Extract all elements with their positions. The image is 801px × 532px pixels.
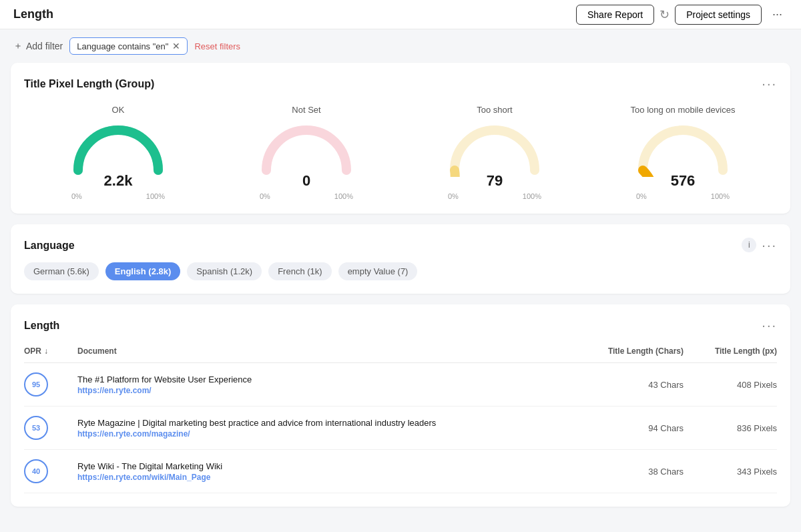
col-opr-header[interactable]: OPR ↓	[24, 346, 77, 356]
col-chars-header: Title Length (Chars)	[577, 346, 684, 356]
share-report-button[interactable]: Share Report	[576, 5, 654, 25]
col-opr-label: OPR	[24, 346, 41, 356]
page-title: Length	[13, 7, 53, 21]
gauge-item-1: Not Set 0 0%100%	[253, 105, 360, 200]
gauge-range-1: 0%100%	[260, 192, 353, 200]
gauge-value-3: 576	[671, 172, 696, 190]
lang-tag-1[interactable]: English (2.8k)	[105, 262, 181, 280]
opr-badge-2: 40	[24, 459, 48, 483]
px-cell-2: 343 Pixels	[684, 467, 777, 477]
gauge-range-2: 0%100%	[448, 192, 541, 200]
table-row-1: 53 Ryte Magazine | Digital marketing bes…	[24, 407, 777, 450]
gauge-row: OK 2.2k 0%100% Not Set 0 0%100% Too shor…	[24, 98, 777, 200]
reset-filters-button[interactable]: Reset filters	[194, 41, 240, 51]
doc-title-2: Ryte Wiki - The Digital Marketing Wiki	[77, 461, 577, 471]
length-card: Length ··· OPR ↓ Document Title Length (…	[11, 304, 790, 507]
gauge-svg-2	[441, 120, 548, 179]
col-px-label: Title Length (px)	[715, 346, 777, 356]
opr-cell-2: 40	[24, 459, 77, 483]
language-card: Language i ··· German (5.6k)English (2.8…	[11, 224, 790, 294]
gauge-card-header: Title Pixel Length (Group) ···	[24, 76, 777, 91]
add-filter-label: Add filter	[26, 41, 63, 51]
info-icon[interactable]: i	[742, 238, 756, 252]
lang-tag-3[interactable]: French (1k)	[268, 262, 331, 280]
gauge-svg-3	[629, 120, 736, 179]
gauge-value-0: 2.2k	[104, 172, 133, 190]
language-card-title: Language	[24, 240, 75, 252]
header: Length Share Report ↻ Project settings ·…	[0, 0, 801, 29]
doc-cell-0: The #1 Platform for Website User Experie…	[77, 374, 577, 395]
table-body: 95 The #1 Platform for Website User Expe…	[24, 363, 777, 493]
lang-tag-4[interactable]: empty Value (7)	[338, 262, 418, 280]
doc-cell-1: Ryte Magazine | Digital marketing best p…	[77, 418, 577, 439]
filter-chip: Language contains "en" ✕	[69, 37, 188, 55]
filter-chip-close-button[interactable]: ✕	[172, 41, 180, 51]
gauge-range-0: 0%100%	[71, 192, 165, 200]
col-doc-label: Document	[77, 346, 117, 356]
gauge-card: Title Pixel Length (Group) ··· OK 2.2k 0…	[11, 63, 790, 214]
language-tags: German (5.6k)English (2.8k)Spanish (1.2k…	[24, 262, 777, 280]
chars-cell-0: 43 Chars	[577, 380, 684, 390]
gauge-label-2: Too short	[477, 105, 512, 115]
lang-tag-0[interactable]: German (5.6k)	[24, 262, 99, 280]
gauge-value-1: 0	[302, 172, 310, 190]
opr-cell-0: 95	[24, 372, 77, 396]
gauge-item-2: Too short 79 0%100%	[441, 105, 548, 200]
gauge-label-3: Too long on mobile devices	[631, 105, 736, 115]
gauge-item-3: Too long on mobile devices 576 0%100%	[629, 105, 736, 200]
col-px-header: Title Length (px)	[684, 346, 777, 356]
gauge-svg-0	[65, 120, 172, 179]
doc-cell-2: Ryte Wiki - The Digital Marketing Wiki h…	[77, 461, 577, 482]
filter-bar: ＋ Add filter Language contains "en" ✕ Re…	[0, 29, 801, 63]
filter-chip-label: Language contains "en"	[77, 41, 168, 51]
header-more-button[interactable]: ···	[767, 5, 788, 24]
length-card-header: Length ···	[24, 318, 777, 333]
table-row-0: 95 The #1 Platform for Website User Expe…	[24, 363, 777, 407]
language-card-header: Language i ···	[24, 238, 777, 253]
px-cell-1: 836 Pixels	[684, 423, 777, 433]
doc-title-0: The #1 Platform for Website User Experie…	[77, 374, 577, 384]
doc-url-0[interactable]: https://en.ryte.com/	[77, 386, 577, 395]
language-card-actions: i ···	[742, 238, 777, 253]
length-card-more-button[interactable]: ···	[762, 318, 777, 333]
gauge-value-2: 79	[487, 172, 503, 190]
length-card-title: Length	[24, 320, 59, 332]
px-cell-0: 408 Pixels	[684, 380, 777, 390]
gauge-svg-1	[253, 120, 360, 179]
add-filter-button[interactable]: ＋ Add filter	[13, 40, 63, 52]
lang-tag-2[interactable]: Spanish (1.2k)	[187, 262, 262, 280]
opr-cell-1: 53	[24, 416, 77, 440]
gauge-label-1: Not Set	[292, 105, 320, 115]
gauge-card-more-button[interactable]: ···	[762, 76, 777, 91]
gauge-label-0: OK	[112, 105, 125, 115]
doc-url-2[interactable]: https://en.ryte.com/wiki/Main_Page	[77, 473, 577, 482]
sort-icon: ↓	[44, 346, 48, 356]
gauge-range-3: 0%100%	[636, 192, 730, 200]
chars-cell-2: 38 Chars	[577, 467, 684, 477]
doc-title-1: Ryte Magazine | Digital marketing best p…	[77, 418, 577, 428]
table-row-2: 40 Ryte Wiki - The Digital Marketing Wik…	[24, 450, 777, 493]
chars-cell-1: 94 Chars	[577, 423, 684, 433]
table-header: OPR ↓ Document Title Length (Chars) Titl…	[24, 340, 777, 363]
header-actions: Share Report ↻ Project settings ···	[576, 5, 788, 25]
plus-icon: ＋	[13, 40, 23, 52]
doc-url-1[interactable]: https://en.ryte.com/magazine/	[77, 429, 577, 439]
col-chars-label: Title Length (Chars)	[608, 346, 684, 356]
refresh-button[interactable]: ↻	[659, 7, 670, 22]
col-doc-header: Document	[77, 346, 577, 356]
project-settings-button[interactable]: Project settings	[675, 5, 762, 25]
gauge-item-0: OK 2.2k 0%100%	[65, 105, 172, 200]
opr-badge-0: 95	[24, 372, 48, 396]
opr-badge-1: 53	[24, 416, 48, 440]
gauge-card-title: Title Pixel Length (Group)	[24, 78, 154, 90]
language-card-more-button[interactable]: ···	[762, 238, 777, 253]
